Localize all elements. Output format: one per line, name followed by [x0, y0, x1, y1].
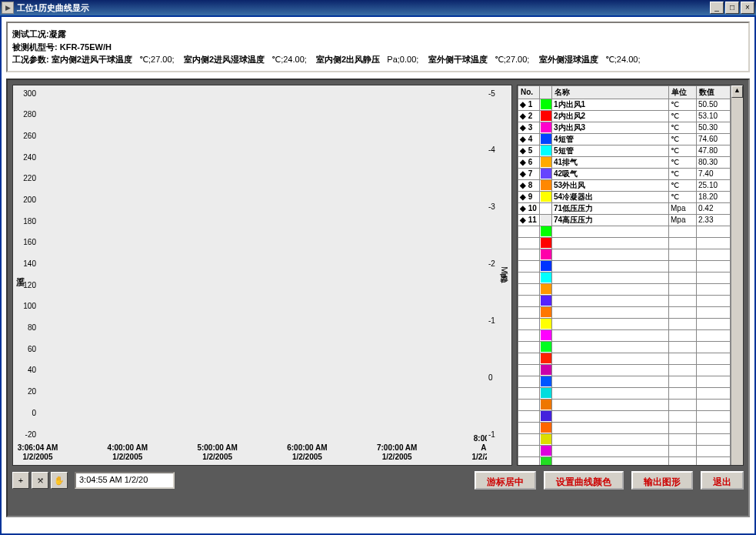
chart-plot[interactable]: 温度℃ 300280260240220200180160140120100806… — [12, 85, 512, 466]
legend-row-empty[interactable] — [518, 260, 731, 272]
y-tick-left: 260 — [23, 131, 36, 139]
legend-row-empty[interactable] — [518, 387, 731, 399]
y-tick-left: -20 — [25, 430, 36, 438]
param-value-4: ℃;27.00; — [495, 55, 530, 64]
y-tick-left: 180 — [23, 216, 36, 225]
y-tick-left: 200 — [23, 195, 36, 203]
maximize-button[interactable]: □ — [725, 2, 739, 14]
y-tick-right: -5 — [488, 89, 495, 97]
param-label-5: 室外侧湿球温度 — [539, 55, 598, 64]
titlebar: ▶ 工位1历史曲线显示 _ □ × — [0, 0, 756, 15]
param-value-3: Pa;0.00; — [387, 55, 418, 64]
y-tick-left: 120 — [23, 280, 36, 289]
test-condition: 测试工况:凝露 — [12, 29, 66, 38]
x-tick: 7:00:00 AM1/2/2005 — [377, 443, 417, 462]
legend-row[interactable]: ◆ 742吸气℃7.40 — [518, 168, 731, 179]
legend-row[interactable]: ◆ 55短管℃47.80 — [518, 145, 731, 156]
y-tick-left: 220 — [23, 174, 36, 182]
y-tick-right: -3 — [488, 202, 495, 211]
app-icon: ▶ — [2, 2, 14, 14]
content-area: 测试工况:凝露 被测机型号: KFR-75EW/H 工况参数: 室内侧2进风干球… — [0, 15, 756, 535]
y-tick-left: 280 — [23, 110, 36, 119]
cursor-readout: 3:04:55 AM 1/2/20 — [75, 472, 175, 489]
y-tick-right: -4 — [488, 145, 495, 154]
y-tick-left: 140 — [23, 259, 36, 268]
y-tick-left: 0 — [32, 408, 36, 416]
crosshair-tool[interactable]: + — [12, 472, 29, 489]
y-tick-left: 60 — [28, 344, 36, 353]
legend-row-empty[interactable] — [518, 376, 731, 387]
legend-table-inner[interactable]: No.名称单位数值◆ 11内出风1℃50.50◆ 22内出风2℃53.10◆ 3… — [518, 85, 731, 466]
window-title: 工位1历史曲线显示 — [17, 2, 708, 14]
close-button[interactable]: × — [741, 2, 754, 14]
y-tick-left: 20 — [28, 387, 36, 396]
legend-table: No.名称单位数值◆ 11内出风1℃50.50◆ 22内出风2℃53.10◆ 3… — [517, 85, 744, 466]
x-tick: 3:06:04 AM1/2/2005 — [18, 443, 58, 462]
center-cursor-button[interactable]: 游标居中 — [475, 471, 536, 490]
toolbar: + ⤧ ✋ 3:04:55 AM 1/2/20 游标居中 设置曲线颜色 输出图形… — [12, 470, 744, 490]
legend-row-empty[interactable] — [518, 445, 731, 456]
param-value-2: ℃;24.00; — [271, 55, 307, 64]
param-label-2: 室内侧2进风湿球温度 — [184, 55, 265, 64]
legend-row-empty[interactable] — [518, 353, 731, 364]
legend-row-empty[interactable] — [518, 226, 731, 237]
legend-row-empty[interactable] — [518, 329, 731, 341]
y-tick-right: 0 — [488, 373, 493, 381]
y-axis-left: 温度℃ 300280260240220200180160140120100806… — [13, 85, 38, 465]
set-color-button[interactable]: 设置曲线颜色 — [544, 471, 624, 490]
legend-row-empty[interactable] — [518, 433, 731, 445]
minimize-button[interactable]: _ — [710, 2, 724, 14]
y-tick-left: 100 — [23, 302, 36, 310]
y-tick-right: -2 — [488, 259, 495, 268]
legend-row[interactable]: ◆ 853外出风℃25.10 — [518, 179, 731, 191]
scroll-up-button[interactable]: ▲ — [731, 85, 743, 98]
legend-row-empty[interactable] — [518, 249, 731, 260]
legend-row[interactable]: ◆ 1174高压压力Mpa2.33 — [518, 214, 731, 226]
param-label-3: 室内侧2出风静压 — [316, 55, 380, 64]
param-value-1: ℃;27.00; — [139, 55, 175, 64]
y-tick-left: 40 — [28, 366, 36, 374]
y-tick-right: -1 — [488, 316, 495, 324]
y-tick-left: 160 — [23, 238, 36, 246]
legend-row[interactable]: ◆ 1071低压压力Mpa0.42 — [518, 202, 731, 214]
y-axis-right: 压力Mpa -5-4-3-2-10-1 — [487, 85, 511, 465]
y-tick-left: 300 — [23, 89, 36, 97]
param-value-5: ℃;24.00; — [605, 55, 641, 64]
x-tick: 6:00:00 AM1/2/2005 — [287, 443, 327, 462]
y-tick-left: 240 — [23, 152, 36, 161]
param-label-4: 室外侧干球温度 — [428, 55, 488, 64]
param-label-1: 工况参数: 室内侧2进风干球温度 — [12, 55, 132, 64]
legend-row[interactable]: ◆ 33内出风3℃50.30 — [518, 122, 731, 133]
legend-row-empty[interactable] — [518, 410, 731, 422]
exit-button[interactable]: 退出 — [701, 471, 744, 490]
zoom-tool[interactable]: ⤧ — [32, 472, 48, 489]
legend-row-empty[interactable] — [518, 295, 731, 306]
legend-row[interactable]: ◆ 641排气℃80.30 — [518, 156, 731, 168]
legend-row-empty[interactable] — [518, 306, 731, 318]
pan-tool[interactable]: ✋ — [51, 472, 68, 489]
legend-row-empty[interactable] — [518, 364, 731, 376]
export-button[interactable]: 输出图形 — [631, 471, 693, 490]
legend-row[interactable]: ◆ 11内出风1℃50.50 — [518, 99, 731, 110]
legend-row-empty[interactable] — [518, 283, 731, 295]
model-number: 被测机型号: KFR-75EW/H — [12, 42, 112, 52]
legend-row-empty[interactable] — [518, 422, 731, 433]
y-tick-left: 80 — [28, 323, 36, 332]
legend-row[interactable]: ◆ 954冷凝器出℃18.20 — [518, 191, 731, 202]
legend-scrollbar[interactable]: ▲ — [731, 85, 743, 465]
legend-row-empty[interactable] — [518, 341, 731, 353]
legend-row-empty[interactable] — [518, 272, 731, 283]
x-tick: 4:00:00 AM1/2/2005 — [108, 443, 148, 462]
x-tick: 5:00:00 AM1/2/2005 — [197, 443, 237, 462]
legend-row-empty[interactable] — [518, 456, 731, 466]
legend-row[interactable]: ◆ 44短管℃74.60 — [518, 133, 731, 145]
legend-row-empty[interactable] — [518, 318, 731, 329]
legend-row-empty[interactable] — [518, 399, 731, 410]
legend-row[interactable]: ◆ 22内出风2℃53.10 — [518, 110, 731, 122]
y-tick-right: -1 — [488, 430, 495, 438]
legend-row-empty[interactable] — [518, 237, 731, 249]
info-panel: 测试工况:凝露 被测机型号: KFR-75EW/H 工况参数: 室内侧2进风干球… — [6, 22, 750, 72]
chart-area: 温度℃ 300280260240220200180160140120100806… — [6, 79, 750, 517]
